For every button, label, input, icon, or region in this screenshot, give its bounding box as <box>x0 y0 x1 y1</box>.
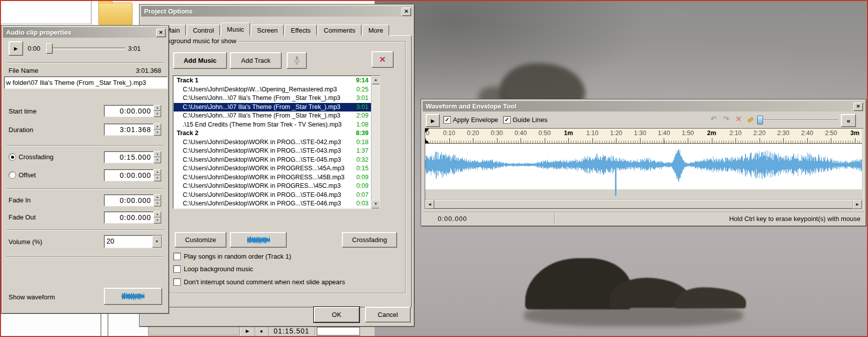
close-icon[interactable]: ✕ <box>853 102 863 111</box>
apply-envelope-checkbox[interactable]: ✓ <box>443 116 451 124</box>
tab-screen[interactable]: Screen <box>251 25 284 36</box>
delete-track-button[interactable]: ✕ <box>371 51 394 68</box>
track-file-row[interactable]: C:\Users\John\Desktop\WORK in PROG...\ST… <box>174 156 371 165</box>
spin-down-icon[interactable]: ▼ <box>154 111 161 117</box>
track-file-row[interactable]: C:\Users\John...\07 Ilia's Theme (From _… <box>174 111 371 121</box>
fade-out-value[interactable]: 0:00.000 <box>104 211 154 223</box>
duration-value[interactable]: 3:01.368 <box>104 124 154 136</box>
track-file-row[interactable]: C:\Users\John\Desktop\WORK in PROG...\ST… <box>174 147 371 156</box>
start-time-value[interactable]: 0:00.000 <box>104 105 154 117</box>
preview-play-button[interactable]: ▶ <box>426 114 440 127</box>
crossfading-button[interactable]: Crossfading <box>342 232 397 248</box>
close-icon[interactable]: ✕ <box>156 29 166 37</box>
seek-slider-thumb[interactable] <box>46 43 53 54</box>
track-file-row[interactable]: C:\Users\John\Desktop\WORK in PROG...\ST… <box>174 199 371 208</box>
track-header-row[interactable]: Track 19:14 <box>174 76 371 85</box>
random-order-checkbox[interactable] <box>173 253 181 260</box>
zoom-slider-track[interactable] <box>757 120 838 121</box>
waveform-canvas[interactable] <box>425 144 862 200</box>
timeline-scrollbar[interactable] <box>148 326 240 335</box>
erase-keypoints-icon[interactable]: ✕ <box>735 115 742 124</box>
spin-down-icon[interactable]: ▼ <box>154 175 161 181</box>
track-file-row[interactable]: C:\Users\John\Desktop\WORK in PROGRESS..… <box>174 173 371 182</box>
waveform-tool-button[interactable] <box>230 232 287 248</box>
track-file-row[interactable]: C:\Users\John...\07 Ilia's Theme (From _… <box>174 103 371 112</box>
ruler-label: 2:30 <box>777 130 789 137</box>
fade-out-spinner[interactable]: 0:00.000 ▲▼ <box>104 211 161 223</box>
status-hint: Hold Ctrl key to erase keypoint(s) with … <box>729 215 860 222</box>
customize-button[interactable]: Customize <box>175 232 226 248</box>
loop-music-checkbox[interactable] <box>173 265 181 273</box>
guide-lines-checkbox[interactable]: ✓ <box>503 116 511 124</box>
keypoint-marker-icon[interactable] <box>425 139 429 143</box>
track-file-row[interactable]: C:\Users\John\Desktop\WORK in PROGRESS..… <box>174 164 371 173</box>
spin-down-icon[interactable]: ▼ <box>154 157 161 163</box>
ok-button[interactable]: OK <box>314 307 359 322</box>
offset-spinner[interactable]: 0:00.000 ▲▼ <box>104 169 161 181</box>
preview-play-button[interactable]: ▶ <box>9 41 23 56</box>
scroll-right-icon[interactable]: ▶ <box>853 200 862 209</box>
seek-slider-track[interactable] <box>46 47 125 50</box>
waveform-scrollbar[interactable]: ◀ ▶ <box>425 199 862 208</box>
fade-in-value[interactable]: 0:00.000 <box>104 194 154 206</box>
dont-interrupt-checkbox[interactable] <box>173 278 181 286</box>
offset-value[interactable]: 0:00.000 <box>104 169 154 181</box>
cancel-button[interactable]: Cancel <box>365 307 411 322</box>
scroll-down-icon[interactable]: ▼ <box>371 200 380 208</box>
transport-stop-button[interactable]: ■ <box>255 326 269 336</box>
redo-icon[interactable]: ↷ <box>723 115 729 124</box>
crossfading-radio[interactable] <box>9 153 16 161</box>
zoom-slider-thumb[interactable] <box>757 116 763 125</box>
player-total: 3:01 <box>128 45 141 52</box>
track-file-row[interactable]: C:\Users\John...\07 Ilia's Theme (From _… <box>174 94 371 103</box>
waveform-icon <box>247 236 270 244</box>
spin-down-icon[interactable]: ▼ <box>154 130 161 136</box>
tab-comments[interactable]: Comments <box>318 25 361 36</box>
track-list-scrollbar[interactable]: ▲ ▼ <box>371 76 380 208</box>
close-icon[interactable]: ✕ <box>402 8 411 16</box>
start-time-spinner[interactable]: 0:00.000 ▲▼ <box>104 105 161 117</box>
track-file-row[interactable]: C:\Users\John\Desktop\W...\Opening_Remas… <box>174 85 371 94</box>
crossfading-spinner[interactable]: 0:15.000 ▲▼ <box>104 151 161 163</box>
dropdown-icon[interactable]: ▼ <box>152 236 162 248</box>
spin-up-icon[interactable]: ▲ <box>154 105 161 111</box>
audio-dialog-titlebar[interactable]: Audio clip properties <box>3 27 167 38</box>
scroll-up-icon[interactable]: ▲ <box>371 76 380 84</box>
record-voice-button[interactable] <box>287 52 307 69</box>
tab-music[interactable]: Music <box>221 23 250 36</box>
timeline-ruler[interactable]: 00:100:200:300:400:501m1:101:201:301:401… <box>425 129 862 144</box>
spin-up-icon[interactable]: ▲ <box>154 124 161 130</box>
tab-control[interactable]: Control <box>187 25 220 36</box>
add-music-button[interactable]: Add Music <box>173 52 227 69</box>
track-file-row[interactable]: .\15 End Credits (Theme from Star Trek -… <box>174 121 371 130</box>
spin-up-icon[interactable]: ▲ <box>154 151 161 157</box>
track-header-row[interactable]: Track 28:39 <box>174 129 371 138</box>
transport-play-button[interactable]: ▶ <box>240 326 255 336</box>
spin-down-icon[interactable]: ▼ <box>154 217 161 223</box>
spin-down-icon[interactable]: ▼ <box>154 200 161 206</box>
fade-in-spinner[interactable]: 0:00.000 ▲▼ <box>104 194 161 206</box>
project-options-titlebar[interactable]: Project Options <box>141 6 413 17</box>
tab-effects[interactable]: Effects <box>285 25 317 36</box>
track-file-row[interactable]: C:\Users\John\Desktop\WORK in PROG...\ST… <box>174 138 371 147</box>
undo-icon[interactable]: ↶ <box>710 115 717 124</box>
offset-radio[interactable] <box>9 171 16 179</box>
track-file-row[interactable]: C:\Users\John\Desktop\WORK in PROG...\ST… <box>174 191 371 200</box>
crossfading-value[interactable]: 0:15.000 <box>104 151 154 163</box>
scroll-left-icon[interactable]: ◀ <box>425 200 434 209</box>
collapse-button[interactable]: « <box>841 114 856 127</box>
tab-more[interactable]: More <box>362 25 390 36</box>
spin-up-icon[interactable]: ▲ <box>154 211 161 217</box>
file-path-input[interactable]: w folder\07 Ilia's Theme (From _Star Tre… <box>4 76 168 89</box>
brush-icon[interactable] <box>747 117 754 123</box>
spin-up-icon[interactable]: ▲ <box>154 169 161 175</box>
spin-up-icon[interactable]: ▲ <box>154 194 161 200</box>
waveform-titlebar[interactable]: Waveform and Envelope Tool <box>423 101 864 111</box>
duration-spinner[interactable]: 3:01.368 ▲▼ <box>104 124 161 136</box>
track-file-row[interactable]: C:\Users\John\Desktop\WORK in PROGRES...… <box>174 182 371 191</box>
show-waveform-button[interactable] <box>104 288 162 305</box>
add-track-button[interactable]: Add Track <box>230 52 282 69</box>
keypoint-marker-icon[interactable] <box>425 129 429 133</box>
waveform-scrollbar-thumb[interactable] <box>434 200 853 209</box>
volume-dropdown[interactable]: 20 ▼ <box>104 235 162 248</box>
